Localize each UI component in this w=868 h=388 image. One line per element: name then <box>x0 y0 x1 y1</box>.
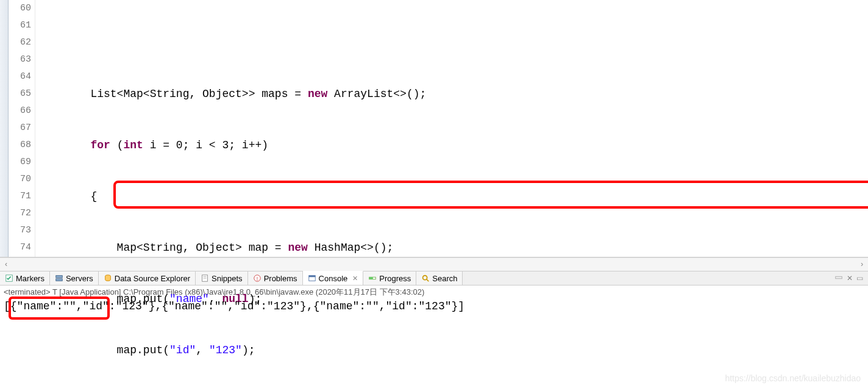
line-number: 74 <box>9 239 31 256</box>
tab-bar-controls: ✕ ▭ <box>834 271 868 285</box>
problems-icon: ! <box>253 274 261 282</box>
close-icon[interactable]: ✕ <box>352 275 358 282</box>
tab-console[interactable]: Console ✕ <box>303 271 364 285</box>
line-number: 61 <box>9 17 31 34</box>
close-view-icon[interactable]: ✕ <box>847 274 853 282</box>
tab-progress[interactable]: Progress <box>363 271 416 285</box>
line-number: 69 <box>9 154 31 171</box>
svg-rect-1 <box>56 276 63 278</box>
line-number: 68 <box>9 137 31 154</box>
console-output[interactable]: [{"name":"","id":"123"},{"name":"","id":… <box>0 299 868 372</box>
search-icon <box>421 274 430 282</box>
svg-rect-10 <box>308 276 315 278</box>
line-number: 67 <box>9 120 31 137</box>
tab-label: Problems <box>264 274 297 283</box>
tab-search[interactable]: Search <box>416 271 463 285</box>
svg-rect-12 <box>369 277 373 279</box>
editor-area: 60 61 62 63 64 65 66 67 68 69 70 71 72 7… <box>0 0 868 257</box>
overview-ruler <box>0 0 9 257</box>
tab-label: Snippets <box>212 274 243 283</box>
console-output-text: [{"name":"","id":"123"},{"name":"","id":… <box>4 300 464 312</box>
svg-text:!: ! <box>256 276 257 282</box>
tab-snippets[interactable]: Snippets <box>196 271 248 285</box>
code-area[interactable]: List<Map<String, Object>> maps = new Arr… <box>35 0 868 257</box>
data-source-icon <box>104 274 112 282</box>
markers-icon <box>5 274 13 282</box>
pin-icon[interactable] <box>834 273 843 284</box>
tab-label: Markers <box>16 274 44 283</box>
tab-markers[interactable]: Markers <box>0 271 50 285</box>
console-view: <terminated> T [Java Application] C:\Pro… <box>0 286 868 372</box>
snippets-icon <box>201 274 209 282</box>
line-number: 66 <box>9 102 31 120</box>
tab-label: Console <box>319 274 348 283</box>
servers-icon <box>55 274 63 282</box>
line-number: 70 <box>9 171 31 188</box>
code-line <box>38 34 868 51</box>
line-number: 72 <box>9 205 31 222</box>
line-number: 71 <box>9 188 31 205</box>
line-number: 63 <box>9 51 31 68</box>
views-tab-bar: Markers Servers Data Source Explorer Sni… <box>0 271 868 286</box>
watermark-text: https://blog.csdn.net/kuailebuzhidao <box>725 373 861 383</box>
line-number: 60 <box>9 0 31 17</box>
line-number: 62 <box>9 34 31 51</box>
scroll-left-icon[interactable]: ‹ <box>0 260 12 269</box>
tab-servers[interactable]: Servers <box>50 271 99 285</box>
line-number: 73 <box>9 222 31 239</box>
code-line: List<Map<String, Object>> maps = new Arr… <box>38 85 868 102</box>
code-line: Map<String, Object> map = new HashMap<>(… <box>38 239 868 256</box>
svg-rect-15 <box>836 276 842 279</box>
tab-label: Servers <box>66 274 93 283</box>
svg-line-14 <box>427 279 429 282</box>
tab-label: Progress <box>379 274 411 283</box>
tab-label: Data Source Explorer <box>115 274 190 283</box>
tab-problems[interactable]: ! Problems <box>248 271 303 285</box>
progress-icon <box>368 274 377 282</box>
console-icon <box>308 274 316 282</box>
tab-label: Search <box>432 274 457 283</box>
line-number: 65 <box>9 85 31 102</box>
svg-rect-2 <box>56 279 63 281</box>
code-line: { <box>38 188 868 205</box>
line-number: 64 <box>9 68 31 85</box>
minimize-icon[interactable]: ▭ <box>856 274 863 282</box>
tab-data-source-explorer[interactable]: Data Source Explorer <box>99 271 196 285</box>
code-line: for (int i = 0; i < 3; i++) <box>38 137 868 154</box>
line-number-gutter: 60 61 62 63 64 65 66 67 68 69 70 71 72 7… <box>9 0 35 257</box>
svg-point-13 <box>423 276 427 280</box>
